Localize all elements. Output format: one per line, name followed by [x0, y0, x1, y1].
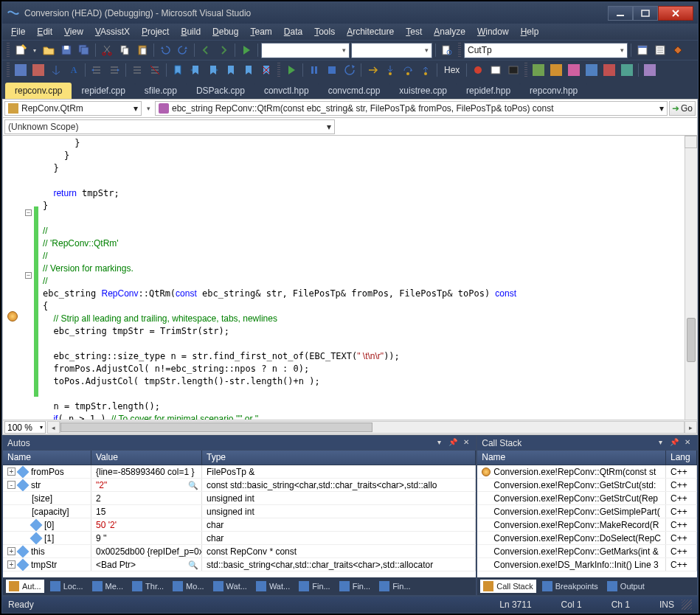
menu-build[interactable]: Build [175, 25, 207, 38]
tab-repidef-hpp[interactable]: repidef.hpp [457, 83, 520, 99]
step-into-button[interactable] [382, 62, 398, 78]
hscroll-right-button[interactable]: ▸ [685, 421, 697, 434]
bottom-tab[interactable]: Aut... [6, 580, 44, 593]
new-project-button[interactable] [13, 42, 29, 58]
bottom-tab[interactable]: Call Stack [480, 580, 536, 593]
close-icon[interactable]: ✕ [682, 438, 693, 448]
breakpoints-window-button[interactable] [470, 62, 486, 78]
bookmark-toggle-button[interactable] [170, 62, 186, 78]
menu-analyze[interactable]: Analyze [428, 25, 471, 38]
comment-button[interactable] [129, 62, 145, 78]
tb2-btn-3[interactable] [48, 62, 64, 78]
pin-icon[interactable]: 📌 [668, 438, 679, 448]
solution-platform-combo[interactable]: ▾ [351, 43, 432, 58]
bookmark-next2-button[interactable] [240, 62, 257, 78]
redo-button[interactable] [175, 42, 191, 58]
bottom-tab[interactable]: Fin... [376, 580, 413, 593]
stop-debug-button[interactable] [324, 62, 340, 78]
uncomment-button[interactable] [147, 62, 163, 78]
callstack-row[interactable]: Conversion.exe!RepConv::MakeRecord(RC++ [477, 518, 697, 532]
tab-repconv-cpp[interactable]: repconv.cpp [5, 83, 72, 99]
bookmark-prev2-button[interactable] [223, 62, 239, 78]
copy-button[interactable] [117, 42, 133, 58]
solution-config-combo[interactable]: ▾ [261, 43, 350, 58]
hex-toggle-button[interactable]: Hex [440, 62, 463, 78]
tb2-x3-button[interactable] [566, 62, 582, 78]
menu-test[interactable]: Test [400, 25, 428, 38]
panel-menu-icon[interactable]: ▾ [434, 438, 445, 448]
output-window-button[interactable] [488, 62, 504, 78]
bookmark-next-button[interactable] [205, 62, 221, 78]
tab-repidef-cpp[interactable]: repidef.cpp [72, 83, 134, 99]
autos-row[interactable]: [capacity]15unsigned int [3, 505, 476, 518]
bottom-tab[interactable]: Fin... [336, 580, 373, 593]
bookmark-prev-button[interactable] [187, 62, 204, 78]
tb2-x1-button[interactable] [530, 62, 547, 78]
menu-view[interactable]: View [58, 25, 89, 38]
new-dropdown-button[interactable]: ▾ [30, 42, 39, 58]
visualizer-icon[interactable]: 🔍 [188, 481, 197, 490]
tb2-x4-button[interactable] [583, 62, 600, 78]
menu-team[interactable]: Team [244, 25, 277, 38]
fold-toggle[interactable]: − [25, 272, 32, 279]
menu-project[interactable]: Project [136, 25, 175, 38]
tb2-x7-button[interactable] [642, 62, 658, 78]
code-editor[interactable]: − − } } } return tmpStr; } // // 'RepCon… [3, 136, 697, 420]
step-out-button[interactable] [417, 62, 434, 78]
nav-back-button[interactable] [198, 42, 214, 58]
menu-tools[interactable]: Tools [308, 25, 341, 38]
horizontal-scrollbar[interactable] [60, 421, 685, 434]
autos-row[interactable]: +tmpStr<Bad Ptr>🔍std::basic_string<char,… [3, 558, 476, 571]
menu-file[interactable]: File [5, 25, 31, 38]
immediate-window-button[interactable] [505, 62, 521, 78]
maximize-button[interactable] [633, 6, 658, 21]
save-button[interactable] [58, 42, 74, 58]
tb2-x2-button[interactable] [548, 62, 564, 78]
decrease-indent-button[interactable] [89, 62, 105, 78]
bottom-tab[interactable]: Wat... [253, 580, 293, 593]
fold-toggle[interactable]: − [25, 209, 32, 216]
open-button[interactable] [41, 42, 57, 58]
tb2-btn-4[interactable]: A [66, 62, 82, 78]
find-combo[interactable]: CutTp▾ [464, 43, 628, 58]
close-button[interactable] [658, 6, 693, 21]
breakpoint-icon[interactable] [7, 311, 18, 322]
autos-row[interactable]: -str"2"🔍const std::basic_string<char,std… [3, 479, 476, 492]
minimize-button[interactable] [608, 6, 633, 21]
tb2-btn-1[interactable] [13, 62, 29, 78]
menu-data[interactable]: Data [278, 25, 308, 38]
scope-combo[interactable]: (Unknown Scope)▾ [4, 119, 335, 134]
col-name[interactable]: Name [3, 451, 91, 465]
resize-grip-icon[interactable] [682, 600, 692, 610]
autos-row[interactable]: [size]2unsigned int [3, 492, 476, 505]
tab-xuistree-cpp[interactable]: xuistree.cpp [389, 83, 457, 99]
callstack-row[interactable]: Conversion.exe!RepConv::GetSimplePart(C+… [477, 505, 697, 518]
hscroll-left-button[interactable]: ◂ [47, 421, 60, 434]
bottom-tab[interactable]: Me... [89, 580, 126, 593]
menu-vassistx[interactable]: VAssistX [89, 25, 136, 38]
solution-explorer-button[interactable] [634, 42, 651, 58]
menu-window[interactable]: Window [471, 25, 515, 38]
callstack-row[interactable]: Conversion.exe!RepConv::GetStrCut(std:C+… [477, 479, 697, 492]
increase-indent-button[interactable] [106, 62, 122, 78]
break-all-button[interactable] [306, 62, 322, 78]
tab-convctl-hpp[interactable]: convctl.hpp [254, 83, 319, 99]
autos-row[interactable]: [1]9 ''char [3, 532, 476, 545]
callstack-row[interactable]: Conversion.exe!RepConv::DoSelect(RepCC++ [477, 532, 697, 545]
col-value[interactable]: Value [91, 451, 202, 465]
callstack-row[interactable]: Conversion.exe!RepConv::GetMarks(int &C+… [477, 545, 697, 558]
tab-convcmd-cpp[interactable]: convcmd.cpp [319, 83, 390, 99]
properties-button[interactable] [652, 42, 668, 58]
expander-icon[interactable]: + [7, 468, 15, 476]
menu-debug[interactable]: Debug [207, 25, 244, 38]
tab-sfile-cpp[interactable]: sfile.cpp [135, 83, 187, 99]
menu-help[interactable]: Help [515, 25, 545, 38]
tb2-x5-button[interactable] [601, 62, 617, 78]
vertical-scrollbar[interactable] [685, 148, 697, 420]
undo-button[interactable] [157, 42, 173, 58]
tab-repconv-hpp[interactable]: repconv.hpp [520, 83, 587, 99]
step-over-button[interactable] [400, 62, 416, 78]
expander-icon[interactable]: + [7, 547, 15, 555]
autos-row[interactable]: +this0x0025db00 {repIDef_p=0x00const Rep… [3, 545, 476, 558]
class-combo[interactable]: RepConv.QtRm▾ [4, 101, 142, 116]
